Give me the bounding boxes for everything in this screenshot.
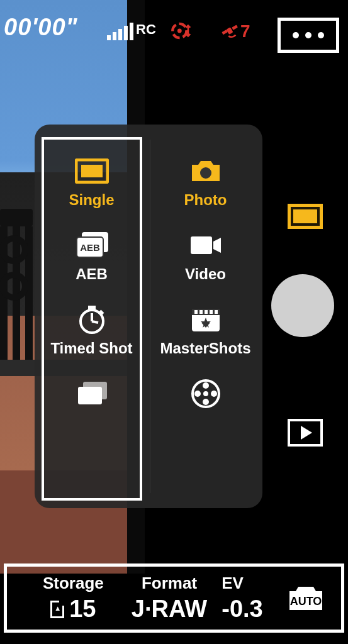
mode-label: Single xyxy=(69,191,114,209)
setting-label: Format xyxy=(142,574,197,593)
svg-rect-4 xyxy=(226,27,233,35)
more-menu-button[interactable] xyxy=(278,18,339,53)
play-icon xyxy=(301,426,312,440)
mode-switch-button[interactable] xyxy=(288,204,323,229)
mode-photo[interactable]: Photo xyxy=(155,157,256,209)
svg-point-30 xyxy=(203,399,209,405)
obstacle-avoidance-icon[interactable] xyxy=(170,20,191,42)
svg-rect-11 xyxy=(88,306,96,309)
sd-card-icon xyxy=(50,601,64,618)
gps-status[interactable]: 7 xyxy=(220,21,250,42)
svg-point-1 xyxy=(177,29,182,33)
mode-label: AEB xyxy=(76,265,108,283)
aeb-icon: AEB xyxy=(74,231,109,259)
record-timer: 00'00" xyxy=(4,14,78,41)
svg-point-29 xyxy=(203,382,209,389)
photo-submode-column: Single AEB AEB Timed Shot xyxy=(35,125,149,508)
ev-setting[interactable]: EV -0.3 xyxy=(222,574,286,623)
svg-rect-21 xyxy=(194,310,198,314)
timer-icon xyxy=(74,306,109,333)
auto-mode-button[interactable]: AUTO xyxy=(286,582,326,614)
mode-single[interactable]: Single xyxy=(42,157,142,209)
svg-point-31 xyxy=(194,391,201,397)
svg-rect-18 xyxy=(191,236,212,254)
mode-label: Video xyxy=(185,265,226,283)
status-bar: 00'00" RC 7 xyxy=(0,11,348,43)
dot-icon xyxy=(318,32,324,38)
video-icon xyxy=(188,231,223,259)
mode-label: Timed Shot xyxy=(50,340,132,357)
svg-text:AEB: AEB xyxy=(80,242,100,253)
mode-label: Photo xyxy=(184,191,227,209)
preview-decor xyxy=(0,209,31,360)
svg-rect-24 xyxy=(210,310,213,314)
svg-rect-22 xyxy=(199,310,203,314)
setting-label: EV xyxy=(222,574,244,593)
mode-mastershots[interactable]: MasterShots xyxy=(155,306,256,357)
film-reel-icon xyxy=(188,380,223,408)
svg-rect-6 xyxy=(81,165,103,177)
storage-setting[interactable]: Storage 15 xyxy=(30,574,117,623)
svg-rect-25 xyxy=(215,310,218,314)
format-setting[interactable]: Format J·RAW xyxy=(117,574,222,623)
satellite-icon xyxy=(220,22,239,41)
playback-button[interactable] xyxy=(288,419,323,447)
mode-aeb[interactable]: AEB AEB xyxy=(42,231,142,283)
mode-panel: Single AEB AEB Timed Shot xyxy=(35,125,262,508)
rc-indicator: RC xyxy=(136,21,156,38)
mode-timed-shot[interactable]: Timed Shot xyxy=(42,306,142,357)
dot-icon xyxy=(305,32,312,38)
mode-burst[interactable] xyxy=(42,380,142,414)
shutter-button[interactable] xyxy=(271,274,334,337)
mastershots-icon xyxy=(188,306,223,333)
camera-screen: 00'00" RC 7 Single xyxy=(0,0,348,644)
auto-label: AUTO xyxy=(290,595,322,608)
svg-line-13 xyxy=(92,321,98,323)
svg-rect-23 xyxy=(205,310,208,314)
svg-point-17 xyxy=(200,167,211,179)
burst-icon xyxy=(74,380,109,408)
signal-icon xyxy=(107,23,133,40)
camera-settings-bar: Storage 15 Format J·RAW EV -0.3 AUTO xyxy=(4,564,344,633)
mode-video[interactable]: Video xyxy=(155,231,256,283)
dot-icon xyxy=(293,32,299,38)
setting-label: Storage xyxy=(43,574,104,593)
svg-point-28 xyxy=(203,391,208,396)
capture-mode-column: Photo Video MasterShots xyxy=(149,125,262,508)
svg-rect-16 xyxy=(78,387,102,404)
svg-rect-3 xyxy=(232,25,238,30)
svg-point-32 xyxy=(211,391,217,397)
setting-value: 15 xyxy=(69,596,96,623)
mode-label: MasterShots xyxy=(160,340,250,357)
setting-value: J·RAW xyxy=(132,596,207,623)
gps-count: 7 xyxy=(240,21,250,42)
setting-value: -0.3 xyxy=(222,596,262,623)
mode-quickshots[interactable] xyxy=(155,380,256,414)
camera-icon xyxy=(188,157,223,185)
single-photo-icon xyxy=(74,157,109,185)
